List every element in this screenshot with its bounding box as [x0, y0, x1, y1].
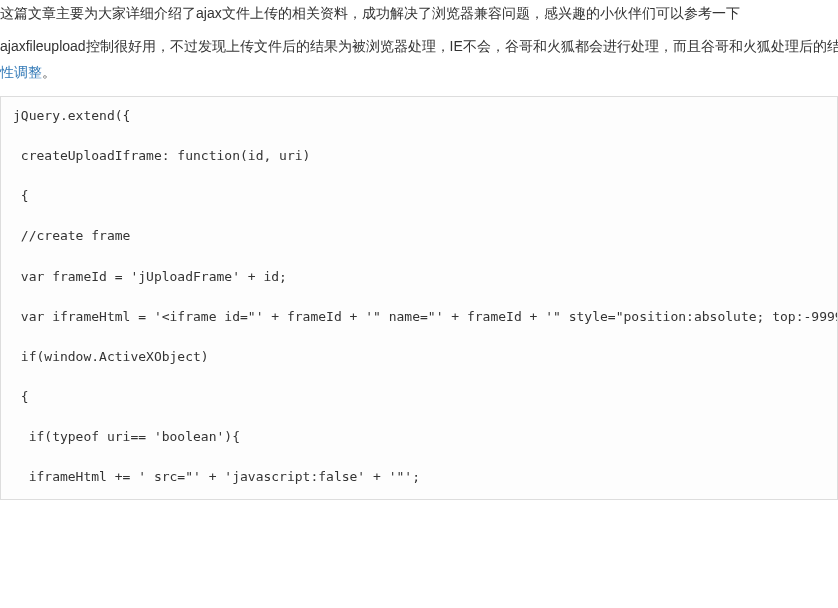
code-line: createUploadIframe: function(id, uri): [13, 147, 825, 165]
code-line: if(typeof uri== 'boolean'){: [13, 428, 825, 446]
code-line: //create frame: [13, 227, 825, 245]
code-block: jQuery.extend({ createUploadIframe: func…: [0, 96, 838, 500]
code-line: {: [13, 388, 825, 406]
code-line: var iframeHtml = '<iframe id="' + frameI…: [13, 308, 825, 326]
code-line: iframeHtml += ' src="' + 'javascript:fal…: [13, 468, 825, 486]
article-paragraph: ajaxfileupload控制很好用，不过发现上传文件后的结果为被浏览器处理，…: [0, 33, 838, 90]
code-line: {: [13, 187, 825, 205]
code-line: if(window.ActiveXObject): [13, 348, 825, 366]
paragraph-text-b: 。: [42, 64, 56, 80]
paragraph-text-a: ajaxfileupload控制很好用，不过发现上传文件后的结果为被浏览器处理，…: [0, 38, 838, 54]
code-line: var frameId = 'jUploadFrame' + id;: [13, 268, 825, 286]
article-summary: 这篇文章主要为大家详细介绍了ajax文件上传的相关资料，成功解决了浏览器兼容问题…: [0, 0, 838, 33]
adjust-link[interactable]: 性调整: [0, 64, 42, 80]
code-line: jQuery.extend({: [13, 107, 825, 125]
